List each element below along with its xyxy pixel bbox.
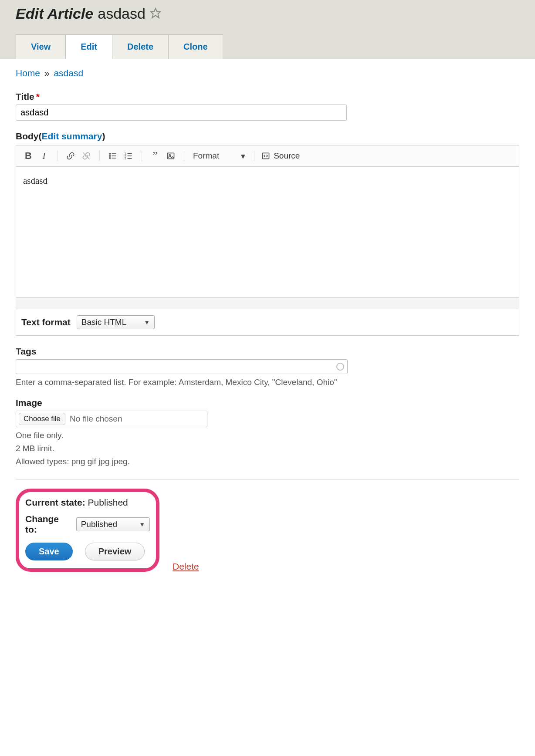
action-buttons: Save Preview [25,543,150,560]
svg-rect-14 [168,153,174,159]
editor-content[interactable]: asdasd [16,167,519,297]
editor-statusbar [16,297,519,309]
change-to-label: Change to: [25,514,71,535]
svg-point-2 [109,153,111,155]
current-state-line: Current state: Published [25,497,150,508]
image-field: Image Choose file No file chosen One fil… [16,398,519,466]
page-title: Edit Article asdasd [16,5,519,22]
text-format-label: Text format [21,317,71,327]
paren-open: ( [39,131,42,142]
title-field: Title * [16,91,519,121]
image-label: Image [16,398,42,408]
page-title-prefix: Edit Article [16,5,93,22]
breadcrumb: Home » asdasd [16,68,519,78]
image-hint-1: One file only. [16,431,519,440]
toolbar-separator [99,151,100,161]
svg-marker-0 [151,8,160,18]
svg-text:3: 3 [125,157,126,160]
bullet-list-button[interactable] [107,150,119,162]
breadcrumb-home[interactable]: Home [16,68,40,78]
format-select-label: Format [193,151,219,161]
edit-summary-link[interactable]: Edit summary [42,131,102,142]
change-to-selected: Published [81,520,117,529]
wysiwyg-editor: B I 123 ” [16,145,519,309]
toolbar-separator [184,151,184,161]
star-icon[interactable] [150,5,161,22]
tab-delete[interactable]: Delete [112,34,169,59]
breadcrumb-current[interactable]: asdasd [54,68,83,78]
svg-point-4 [109,158,111,159]
tags-label: Tags [16,346,36,357]
page-title-name: asdasd [98,5,146,22]
toolbar-separator [254,151,254,161]
file-input-row[interactable]: Choose file No file chosen [16,411,207,427]
link-button[interactable] [64,150,77,162]
autocomplete-spinner-icon [336,363,344,371]
italic-button[interactable]: I [38,150,50,162]
editor-toolbar: B I 123 ” [16,145,519,167]
tab-clone[interactable]: Clone [168,34,223,59]
text-format-select[interactable]: Basic HTML ▼ [77,315,155,329]
body-field: Body ( Edit summary ) B I [16,131,519,336]
breadcrumb-sep: » [44,68,50,78]
content-region: Home » asdasd Title * Body ( Edit summar… [0,59,535,589]
format-select[interactable]: Format ▾ [191,150,247,162]
moderation-highlight-box: Current state: Published Change to: Publ… [16,489,159,572]
toolbar-separator [142,151,142,161]
save-button[interactable]: Save [25,543,73,560]
bold-button[interactable]: B [22,150,34,162]
text-format-row: Text format Basic HTML ▼ [16,309,519,336]
image-hint-3: Allowed types: png gif jpg jpeg. [16,457,519,466]
numbered-list-button[interactable]: 123 [122,150,135,162]
change-to-select[interactable]: Published ▼ [76,517,150,531]
preview-button[interactable]: Preview [85,543,145,560]
tags-help: Enter a comma-separated list. For exampl… [16,378,519,387]
change-to-row: Change to: Published ▼ [25,514,150,535]
tags-field: Tags Enter a comma-separated list. For e… [16,346,519,387]
tab-edit[interactable]: Edit [65,34,112,59]
svg-point-3 [109,155,111,157]
header-region: Edit Article asdasd View Edit Delete Clo… [0,0,535,59]
toolbar-separator [57,151,58,161]
current-state-label: Current state: [25,497,85,507]
chevron-down-icon: ▾ [241,151,245,161]
current-state-value: Published [88,497,128,507]
image-hint-2: 2 MB limit. [16,444,519,453]
choose-file-button[interactable]: Choose file [19,413,65,425]
required-mark: * [36,91,40,102]
tabs: View Edit Delete Clone [16,34,519,59]
paren-close: ) [102,131,105,142]
text-format-selected: Basic HTML [81,317,126,327]
unlink-button[interactable] [80,150,92,162]
title-input[interactable] [16,105,347,121]
title-label: Title [16,91,34,102]
tab-view[interactable]: View [16,34,66,59]
file-status: No file chosen [70,414,122,424]
divider [16,479,519,480]
body-label: Body [16,131,39,142]
tags-input[interactable] [16,359,348,374]
chevron-down-icon: ▼ [139,521,145,528]
chevron-down-icon: ▼ [144,319,150,326]
delete-link[interactable]: Delete [173,561,199,572]
blockquote-button[interactable]: ” [149,150,161,162]
source-label: Source [274,151,300,161]
source-button[interactable]: Source [261,151,300,161]
image-button[interactable] [165,150,177,162]
